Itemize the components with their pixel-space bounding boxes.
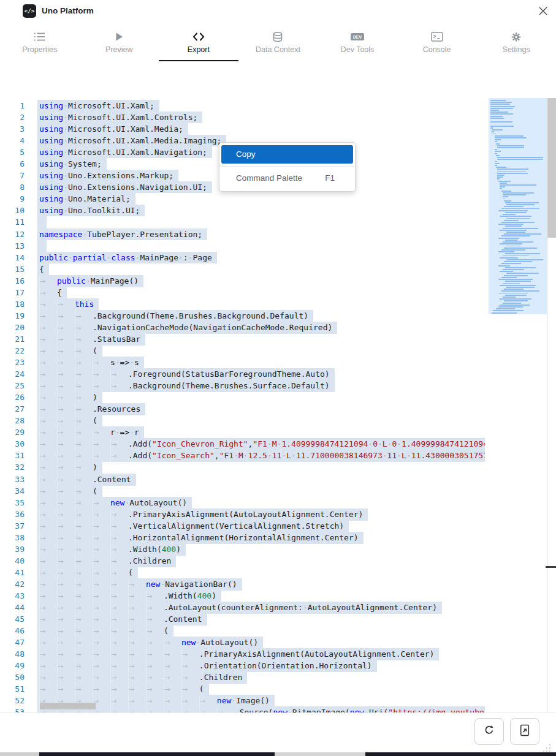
database-icon <box>272 31 283 42</box>
selected-code-text: using·Uno.Extensions.Navigation.UI; <box>37 181 212 193</box>
minimap-line <box>503 241 533 243</box>
minimap-line <box>503 196 508 197</box>
vertical-scrollbar-thumb[interactable] <box>547 98 556 238</box>
svg-text:DEV: DEV <box>353 35 362 39</box>
tab-label: Properties <box>22 45 57 54</box>
minimap-line <box>501 263 522 264</box>
tab-settings[interactable]: Settings <box>476 22 556 61</box>
code-line: 15{ <box>0 263 485 275</box>
selected-code-text: using·System; <box>37 158 107 170</box>
selected-code-text: →→→→r·=>·r <box>37 426 144 439</box>
uno-platform-window: </> Uno Platform PropertiesPreviewExport… <box>0 0 556 756</box>
code-line: 41→→→→→( <box>0 567 485 578</box>
selected-code-text: →→→.NavigationCacheMode(NavigationCacheM… <box>37 322 337 334</box>
minimap-line <box>506 204 534 205</box>
selected-code-text: →→→→→→→→→.PrimaryAxisAlignment(AutoLayou… <box>37 648 439 660</box>
minimap-line <box>503 194 526 195</box>
line-number: 15 <box>0 263 25 275</box>
selected-code-text: using·Microsoft.UI.Xaml; <box>37 100 159 112</box>
line-number: 35 <box>0 497 25 508</box>
selected-code-text: →{ <box>37 287 67 299</box>
minimap-line <box>498 251 514 252</box>
code-line: 2using·Microsoft.UI.Xaml.Controls; <box>0 112 485 123</box>
menu-shortcut: F1 <box>325 169 335 187</box>
code-line: 16→public·MainPage() <box>0 275 485 287</box>
minimap-line <box>497 171 526 172</box>
minimap-line <box>495 141 497 142</box>
selected-code-text: public·partial·class·MainPage·:·Page <box>37 252 217 263</box>
export-file-button[interactable] <box>510 718 539 745</box>
minimap-line <box>490 116 503 117</box>
menu-item-copy[interactable]: Copy <box>221 145 353 164</box>
minimap-line <box>498 210 528 211</box>
line-number: 47 <box>0 637 25 648</box>
line-number: 9 <box>0 193 25 205</box>
line-number: 2 <box>0 112 25 123</box>
code-line: 21→→→.StatusBar <box>0 333 485 345</box>
menu-item-command-palette[interactable]: Command Palette F1 <box>221 169 353 187</box>
code-line: 48→→→→→→→→→.PrimaryAxisAlignment(AutoLay… <box>0 648 485 660</box>
code-line: 18→→this <box>0 298 485 310</box>
close-icon[interactable] <box>538 6 549 17</box>
minimap-line <box>492 129 503 130</box>
minimap-line <box>501 222 535 223</box>
minimap-line <box>504 300 528 301</box>
minimap-line <box>490 104 510 105</box>
minimap-line <box>490 121 512 123</box>
list-icon <box>34 31 45 42</box>
line-number: 4 <box>0 135 25 146</box>
tab-properties[interactable]: Properties <box>0 22 80 61</box>
window-title: Uno Platform <box>42 0 94 22</box>
horizontal-scrollbar-thumb[interactable] <box>40 703 96 709</box>
minimap-line <box>504 261 532 262</box>
uno-logo-icon: </> <box>23 4 36 18</box>
minimap-line <box>495 149 497 150</box>
tab-preview[interactable]: Preview <box>80 22 159 61</box>
tab-console[interactable]: Console <box>397 22 477 61</box>
minimap-line <box>495 135 524 137</box>
line-number: 34 <box>0 485 25 497</box>
refresh-icon <box>483 724 495 739</box>
gear-icon <box>511 31 522 42</box>
minimap-line <box>505 212 527 213</box>
minimap-line <box>505 281 531 282</box>
code-line: 9using·Uno.Material; <box>0 193 485 205</box>
selected-code-text: using·Uno.Toolkit.UI; <box>37 205 145 216</box>
line-number: 44 <box>0 602 25 613</box>
menu-item-copy-label: Copy <box>236 149 256 159</box>
refresh-button[interactable] <box>474 718 504 745</box>
line-number: 10 <box>0 205 25 216</box>
selected-code-text: →→→→→→new·NavigationBar() <box>37 578 242 591</box>
minimap-line <box>500 216 531 217</box>
line-number: 26 <box>0 391 25 403</box>
code-line: 49→→→→→→→→→.Orientation(Orientation.Hori… <box>0 660 485 671</box>
minimap-line <box>490 127 493 129</box>
tab-dev-tools[interactable]: DEVDev Tools <box>318 22 397 61</box>
line-number: 48 <box>0 648 25 660</box>
selected-code-text: →→→→→.VerticalAlignment(VerticalAlignmen… <box>37 520 349 532</box>
resize-grip[interactable] <box>543 744 550 752</box>
selected-code-text: →→this <box>37 298 99 311</box>
minimap-line <box>504 200 511 202</box>
selected-code-text: using·Microsoft.UI.Xaml.Controls; <box>37 112 202 123</box>
code-line: 30→→→→→.Add("Icon_Chevron_Right","F1·M·1… <box>0 438 485 450</box>
minimap-line <box>498 181 511 182</box>
selected-code-text: →→→( <box>37 415 102 427</box>
line-number: 3 <box>0 123 25 135</box>
minimap-line <box>505 267 535 268</box>
minimap-line <box>504 206 524 207</box>
line-number: 17 <box>0 287 25 298</box>
minimap-line <box>496 167 506 168</box>
minimap-line <box>490 118 504 119</box>
tab-export[interactable]: Export <box>159 22 238 61</box>
minimap[interactable] <box>489 98 547 314</box>
selected-code-text: →→→→→.PrimaryAxisAlignment(AutoLayoutAli… <box>37 508 368 521</box>
minimap-line <box>500 304 529 306</box>
line-number: 37 <box>0 520 25 532</box>
minimap-line <box>495 137 527 138</box>
line-number: 25 <box>0 380 25 391</box>
minimap-line <box>506 218 530 219</box>
tab-data-context[interactable]: Data Context <box>238 22 318 61</box>
code-line: 38→→→→→.HorizontalAlignment(HorizontalAl… <box>0 532 485 543</box>
selected-code-text: →→→.Resources <box>37 403 145 415</box>
